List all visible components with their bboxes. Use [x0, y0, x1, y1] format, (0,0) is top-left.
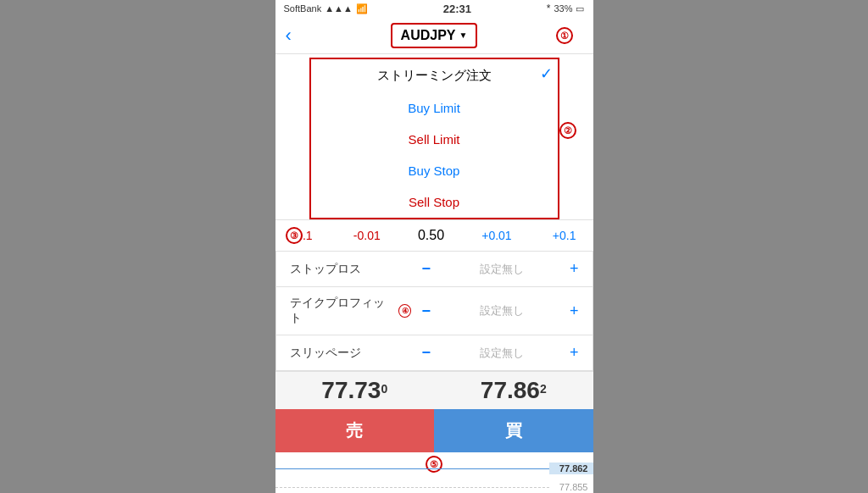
take-profit-row: テイクプロフィット ④ − 設定無し + [276, 287, 593, 335]
take-profit-label: テイクプロフィット ④ [290, 296, 412, 326]
chart-price-label-1: 77.855 [549, 481, 593, 493]
stop-loss-row: ストップロス − 設定無し + [276, 252, 593, 287]
buy-button[interactable]: 買 [434, 409, 593, 452]
annotation-circle-3: ③ [286, 227, 303, 244]
status-bar: SoftBank ▲▲▲ 📶 22:31 * 33% ▭ [275, 0, 593, 17]
slippage-row: スリッページ − 設定無し + [276, 335, 593, 370]
increase-large-button[interactable]: +0.1 [549, 227, 580, 244]
chart-price-label-0: 77.862 [549, 463, 593, 474]
wifi-icon: ▲▲▲ [325, 3, 353, 14]
quantity-value: 0.50 [418, 228, 444, 243]
slippage-label: スリッページ [290, 346, 412, 361]
sell-price-superscript: 0 [381, 382, 387, 396]
annotation-circle-1: ① [556, 27, 573, 44]
buy-price-main: 77.86 [481, 377, 540, 403]
decrease-small-button[interactable]: -0.01 [350, 227, 384, 244]
take-profit-increase-button[interactable]: + [570, 302, 579, 320]
selected-checkmark-icon: ✓ [540, 64, 553, 83]
order-type-dropdown: ストリーミング注文 Buy Limit Sell Limit Buy Stop … [275, 54, 593, 219]
dropdown-arrow-icon: ▼ [459, 30, 468, 40]
stop-loss-label: ストップロス [290, 262, 412, 277]
sell-stop-option[interactable]: Sell Stop [311, 186, 558, 218]
status-time: 22:31 [443, 3, 471, 15]
currency-pair-label: AUDJPY [401, 28, 456, 43]
sell-limit-option[interactable]: Sell Limit [311, 124, 558, 155]
slippage-decrease-button[interactable]: − [421, 344, 431, 362]
quantity-row: -0.1 -0.01 0.50 +0.01 +0.1 [275, 220, 593, 251]
sell-price-main: 77.73 [321, 377, 381, 403]
annotation-circle-4: ④ [398, 304, 412, 318]
annotation-circle-2: ② [559, 122, 576, 139]
price-display-row: 77.730 77.862 [275, 371, 593, 409]
quantity-section: ③ -0.1 -0.01 0.50 +0.01 +0.1 [275, 219, 593, 251]
buy-limit-option[interactable]: Buy Limit [311, 92, 558, 124]
slippage-increase-button[interactable]: + [570, 344, 579, 362]
bluetooth-icon: * [547, 3, 551, 14]
trade-buttons-row: 売 買 [275, 409, 593, 452]
dropdown-menu-container: ストリーミング注文 Buy Limit Sell Limit Buy Stop … [309, 58, 559, 219]
buy-price-cell: 77.862 [434, 372, 593, 409]
sell-button[interactable]: 売 [275, 409, 435, 452]
wifi-symbol: 📶 [356, 3, 368, 14]
price-chart-area: ⑤ 77.862 77.855 77.840 77.825 [275, 452, 593, 493]
status-right: * 33% ▭ [547, 3, 585, 14]
chart-level-1: 77.855 [275, 481, 593, 493]
phone-frame: SoftBank ▲▲▲ 📶 22:31 * 33% ▭ ‹ AUDJPY ▼ … [275, 0, 593, 493]
carrier-text: SoftBank [284, 3, 322, 14]
battery-icon: ▭ [576, 3, 584, 14]
back-button[interactable]: ‹ [286, 25, 292, 47]
chart-level-0: 77.862 [275, 463, 593, 474]
stop-loss-value: 設定無し [441, 262, 563, 277]
settings-section: ストップロス − 設定無し + テイクプロフィット ④ − 設定無し + スリッ… [275, 251, 593, 371]
status-left: SoftBank ▲▲▲ 📶 [284, 3, 368, 14]
buy-stop-option[interactable]: Buy Stop [311, 155, 558, 186]
take-profit-decrease-button[interactable]: − [421, 302, 431, 320]
buy-price-superscript: 2 [540, 382, 547, 396]
sell-price-cell: 77.730 [275, 372, 435, 409]
take-profit-value: 設定無し [441, 303, 563, 319]
stop-loss-increase-button[interactable]: + [570, 260, 579, 278]
stop-loss-decrease-button[interactable]: − [421, 260, 431, 278]
battery-percent: 33% [554, 3, 572, 14]
slippage-value: 設定無し [441, 346, 563, 361]
streaming-order-option[interactable]: ストリーミング注文 [311, 59, 558, 92]
nav-bar: ‹ AUDJPY ▼ ① [275, 17, 593, 54]
currency-pair-selector[interactable]: AUDJPY ▼ [391, 23, 478, 48]
increase-small-button[interactable]: +0.01 [478, 227, 515, 244]
